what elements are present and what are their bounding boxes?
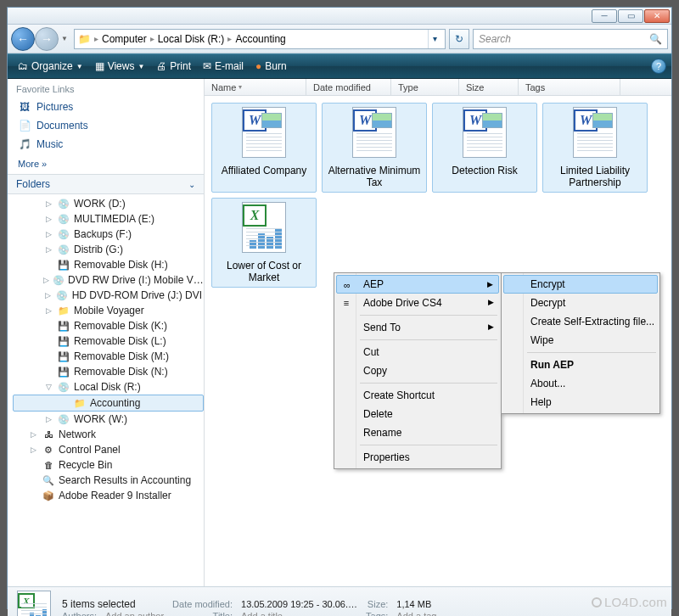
tree-item[interactable]: 💾Removable Disk (L:) <box>13 333 204 349</box>
menu-item[interactable]: Create Shortcut <box>336 386 499 405</box>
expand-icon[interactable]: ▷ <box>28 430 38 439</box>
tree-item[interactable]: ▽💿Local Disk (R:) <box>13 379 204 395</box>
menu-item[interactable]: Send To▶ <box>336 318 499 337</box>
menu-item[interactable]: Rename <box>336 423 499 442</box>
maximize-button[interactable]: ▭ <box>618 9 643 23</box>
titlebar[interactable]: ─ ▭ ✕ <box>8 8 671 25</box>
expand-icon[interactable]: ▷ <box>43 245 53 254</box>
tree-item[interactable]: 🗑Recycle Bin <box>13 457 204 473</box>
expand-icon[interactable]: ▷ <box>28 445 38 454</box>
forward-button[interactable]: → <box>35 27 59 51</box>
column-header[interactable]: Name▾ <box>205 79 306 95</box>
tree-item[interactable]: ▷🖧Network <box>13 427 204 442</box>
menu-item[interactable]: Encrypt <box>503 275 658 294</box>
tree-item[interactable]: 🔍Search Results in Accounting <box>13 473 204 488</box>
column-header[interactable]: Type <box>391 79 459 95</box>
tree-item[interactable]: 💾Removable Disk (H:) <box>13 257 204 272</box>
breadcrumb[interactable]: Computer <box>102 33 147 45</box>
details-tags[interactable]: Add a tag <box>396 611 436 616</box>
expand-icon[interactable]: ▷ <box>43 291 53 300</box>
menu-item[interactable]: Delete <box>336 405 499 423</box>
breadcrumb[interactable]: Accounting <box>235 33 285 45</box>
expand-icon[interactable]: ▷ <box>43 276 49 284</box>
folders-header[interactable]: Folders ⌄ <box>8 174 204 194</box>
details-titlefield[interactable]: Add a title <box>241 611 357 616</box>
drive-icon: ⚙ <box>42 443 55 456</box>
menu-item[interactable]: Cut <box>336 343 499 361</box>
menu-item[interactable]: Decrypt <box>503 294 658 312</box>
search-input[interactable]: Search 🔍 <box>473 29 668 49</box>
print-button[interactable]: 🖨Print <box>151 58 196 75</box>
expand-icon[interactable]: ▷ <box>43 199 53 208</box>
tree-item[interactable]: 📦Adobe Reader 9 Installer <box>13 488 204 503</box>
file-item[interactable]: WDetection Risk <box>432 103 537 193</box>
menu-item[interactable]: Run AEP <box>503 356 658 374</box>
tree-item[interactable]: ▷💿Distrib (G:) <box>13 242 204 257</box>
close-button[interactable]: ✕ <box>644 9 670 23</box>
expand-icon[interactable]: ▷ <box>43 415 53 423</box>
tree-item[interactable]: 📁Accounting <box>13 395 204 412</box>
address-dropdown[interactable]: ▾ <box>428 30 441 48</box>
tree-item[interactable]: ▷⚙Control Panel <box>13 442 204 457</box>
menu-item[interactable]: Wipe <box>503 331 658 350</box>
file-item[interactable]: WLimited Liability Partnership <box>542 103 648 193</box>
drive-icon: 💿 <box>57 243 70 256</box>
tree-item[interactable]: ▷💿HD DVD-ROM Drive (J:) DVI <box>13 288 204 303</box>
tree-item[interactable]: ▷💿MULTIMEDIA (E:) <box>13 211 204 227</box>
views-button[interactable]: ▦Views▼ <box>90 58 150 75</box>
favorite-music[interactable]: 🎵Music <box>16 135 195 154</box>
back-button[interactable]: ← <box>11 27 35 51</box>
drive-icon: 💿 <box>57 197 70 210</box>
breadcrumb[interactable]: Local Disk (R:) <box>158 33 225 45</box>
tree-item[interactable]: ▷💿Backups (F:) <box>13 227 204 242</box>
column-header[interactable]: Size <box>459 79 519 95</box>
tree-item[interactable]: ▷📁Mobile Voyager <box>13 303 204 318</box>
address-bar[interactable]: 📁 ▸ Computer ▸ Local Disk (R:) ▸ Account… <box>74 29 446 49</box>
tree-item[interactable]: ▷💿WORK (W:) <box>13 412 204 427</box>
help-button[interactable]: ? <box>651 59 666 74</box>
favorites-more[interactable]: More » <box>16 154 195 171</box>
menu-item-label: Run AEP <box>530 359 574 371</box>
menu-item-label: Properties <box>363 451 410 463</box>
menu-item[interactable]: Help <box>503 393 658 412</box>
expand-icon[interactable]: ▽ <box>43 383 53 391</box>
favorite-pictures[interactable]: 🖼Pictures <box>16 98 195 116</box>
expand-icon[interactable]: ▷ <box>43 215 53 223</box>
drive-icon: 💿 <box>57 380 70 394</box>
organize-button[interactable]: 🗂Organize▼ <box>13 58 88 75</box>
breadcrumb-separator[interactable]: ▸ <box>94 34 98 43</box>
menu-item[interactable]: About... <box>503 374 658 393</box>
minimize-button[interactable]: ─ <box>592 9 617 23</box>
menu-item[interactable]: Create Self-Extracting file... <box>503 312 658 331</box>
breadcrumb-separator[interactable]: ▸ <box>150 34 154 43</box>
file-item[interactable]: WAlternative Minimum Tax <box>322 103 427 193</box>
menu-item-icon: ∞ <box>340 278 354 292</box>
context-menu[interactable]: ∞AEP▶≡Adobe Drive CS4▶Send To▶CutCopyCre… <box>334 272 502 469</box>
tree-item[interactable]: 💾Removable Disk (N:) <box>13 364 204 379</box>
file-item[interactable]: XLower of Cost or Market <box>211 198 317 288</box>
file-list[interactable]: WAffiliated CompanyWAlternative Minimum … <box>205 96 671 294</box>
menu-item[interactable]: Copy <box>336 361 499 380</box>
refresh-button[interactable]: ↻ <box>449 29 469 49</box>
column-header[interactable]: Date modified <box>306 79 391 95</box>
context-submenu-aep[interactable]: EncryptDecryptCreate Self-Extracting fil… <box>501 272 660 414</box>
menu-item[interactable]: Properties <box>336 448 499 467</box>
tree-item[interactable]: 💾Removable Disk (M:) <box>13 349 204 364</box>
menu-item[interactable]: ≡Adobe Drive CS4▶ <box>336 294 499 312</box>
details-authors[interactable]: Add an author <box>105 611 164 616</box>
breadcrumb-separator[interactable]: ▸ <box>227 34 232 43</box>
tree-label: Accounting <box>90 397 140 409</box>
column-header[interactable]: Tags <box>519 79 620 95</box>
file-item[interactable]: WAffiliated Company <box>211 103 317 193</box>
favorite-documents[interactable]: 📄Documents <box>16 116 195 135</box>
tree-item[interactable]: ▷💿DVD RW Drive (I:) Mobile V… <box>13 272 204 288</box>
expand-icon[interactable]: ▷ <box>43 230 53 238</box>
nav-history-dropdown[interactable]: ▼ <box>59 27 70 51</box>
tree-item[interactable]: 💾Removable Disk (K:) <box>13 318 204 333</box>
tree-item[interactable]: ▷💿WORK (D:) <box>13 196 204 211</box>
menu-item-label: Wipe <box>530 334 553 346</box>
expand-icon[interactable]: ▷ <box>43 306 53 315</box>
email-button[interactable]: ✉E-mail <box>198 58 249 75</box>
menu-item[interactable]: ∞AEP▶ <box>336 275 499 294</box>
burn-button[interactable]: ●Burn <box>250 58 292 75</box>
